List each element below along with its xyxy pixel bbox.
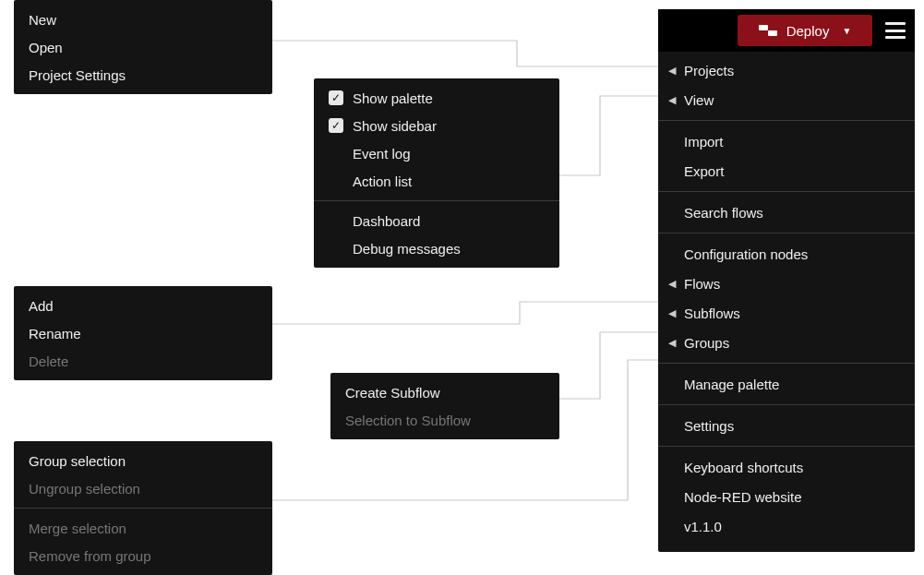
menu-item-flows[interactable]: ◀ Flows [658,269,915,298]
checkbox-checked-icon: ✓ [329,118,343,133]
divider [658,446,915,447]
editor-header: Deploy ▼ [658,9,915,52]
menu-item-export[interactable]: Export [658,156,915,186]
menu-item-website[interactable]: Node-RED website [658,482,915,511]
chevron-left-icon: ◀ [666,278,678,290]
main-menu-panel: Deploy ▼ ◀ Projects ◀ View Import Export… [658,9,915,552]
groups-submenu: Group selection Ungroup selection Merge … [14,441,272,575]
menu-item-projects[interactable]: ◀ Projects [658,55,915,85]
menu-item-configuration-nodes[interactable]: Configuration nodes [658,239,915,269]
projects-settings[interactable]: Project Settings [14,61,272,89]
subflows-selection: Selection to Subflow [330,406,559,434]
divider [658,363,915,364]
divider [658,233,915,234]
menu-item-settings[interactable]: Settings [658,411,915,440]
flows-submenu: Add Rename Delete [14,286,272,380]
view-event-log[interactable]: Event log [314,139,559,167]
subflows-create[interactable]: Create Subflow [330,378,559,406]
hamburger-icon[interactable] [885,22,906,39]
groups-remove-from-group: Remove from group [14,542,272,569]
projects-new[interactable]: New [14,6,272,33]
menu-item-manage-palette[interactable]: Manage palette [658,369,915,399]
view-show-sidebar[interactable]: ✓ Show sidebar [314,112,559,139]
flows-delete: Delete [14,347,272,375]
view-show-palette[interactable]: ✓ Show palette [314,84,559,112]
menu-item-search-flows[interactable]: Search flows [658,198,915,227]
projects-open[interactable]: Open [14,33,272,61]
divider [14,508,272,509]
divider [314,200,559,201]
subflows-submenu: Create Subflow Selection to Subflow [330,373,559,439]
view-dashboard[interactable]: Dashboard [314,207,559,234]
groups-group-selection[interactable]: Group selection [14,447,272,474]
chevron-left-icon: ◀ [666,94,678,106]
menu-item-version: v1.1.0 [658,511,915,541]
menu-item-groups[interactable]: ◀ Groups [658,328,915,357]
deploy-icon [759,22,777,39]
checkbox-checked-icon: ✓ [329,90,343,105]
deploy-label: Deploy [786,23,830,39]
divider [658,191,915,192]
divider [658,404,915,405]
divider [658,120,915,121]
chevron-left-icon: ◀ [666,307,678,319]
groups-ungroup-selection: Ungroup selection [14,474,272,502]
menu-item-subflows[interactable]: ◀ Subflows [658,298,915,328]
caret-down-icon: ▼ [842,26,851,36]
deploy-button[interactable]: Deploy ▼ [738,15,872,46]
menu-item-import[interactable]: Import [658,126,915,156]
flows-add[interactable]: Add [14,292,272,319]
menu-item-view[interactable]: ◀ View [658,85,915,114]
main-menu-list: ◀ Projects ◀ View Import Export Search f… [658,52,915,545]
view-debug-messages[interactable]: Debug messages [314,234,559,262]
menu-item-keyboard-shortcuts[interactable]: Keyboard shortcuts [658,452,915,482]
view-submenu: ✓ Show palette ✓ Show sidebar Event log … [314,78,559,268]
view-action-list[interactable]: Action list [314,167,559,195]
projects-submenu: New Open Project Settings [14,0,272,94]
chevron-left-icon: ◀ [666,337,678,349]
groups-merge-selection: Merge selection [14,514,272,542]
chevron-left-icon: ◀ [666,65,678,77]
flows-rename[interactable]: Rename [14,319,272,347]
